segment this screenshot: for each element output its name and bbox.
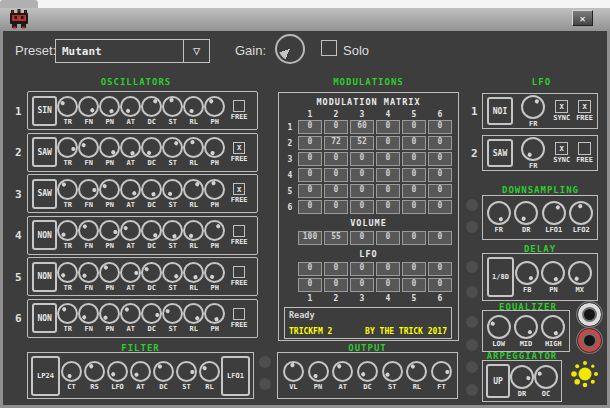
waveform-button[interactable]: SAW <box>32 179 57 209</box>
knob-ph[interactable]: PH <box>204 262 225 292</box>
knob-pn[interactable]: PN <box>99 220 120 250</box>
preset-dropdown[interactable]: Mutant ▽ <box>55 39 210 63</box>
knob-dial[interactable] <box>141 262 162 283</box>
knob-pn[interactable]: PN <box>541 261 565 294</box>
grid-cell[interactable]: 0 <box>428 120 452 134</box>
close-button[interactable]: ✕ <box>572 10 593 26</box>
knob-dial[interactable] <box>99 220 120 241</box>
knob-low[interactable]: LOW <box>487 315 511 348</box>
waveform-button[interactable]: SAW <box>32 137 57 167</box>
sun-icon[interactable] <box>569 357 601 389</box>
knob-dial[interactable] <box>78 262 99 283</box>
grid-cell[interactable]: 0 <box>324 278 348 292</box>
waveform-button[interactable]: NON <box>32 303 57 333</box>
waveform-button[interactable]: NON <box>32 220 57 250</box>
knob-tr[interactable]: TR <box>57 220 78 250</box>
knob-fn[interactable]: FN <box>78 303 99 333</box>
grid-cell[interactable]: 0 <box>324 184 348 198</box>
grid-cell[interactable]: 0 <box>376 278 400 292</box>
grid-cell[interactable]: 0 <box>350 262 374 276</box>
knob-fb[interactable]: FB <box>515 261 539 294</box>
knob-tr[interactable]: TR <box>57 303 78 333</box>
knob-lfo1[interactable]: LFO1 <box>542 201 566 234</box>
knob-dial[interactable] <box>141 303 162 324</box>
knob-dial[interactable] <box>204 220 225 241</box>
grid-cell[interactable]: 0 <box>402 200 426 214</box>
grid-cell[interactable]: 0 <box>298 184 322 198</box>
knob-st[interactable]: ST <box>162 179 183 209</box>
grid-cell[interactable]: 0 <box>298 120 322 134</box>
knob-dial[interactable] <box>153 361 174 382</box>
knob-dial[interactable] <box>515 261 539 285</box>
knob-dial[interactable] <box>183 179 204 200</box>
grid-cell[interactable]: 0 <box>324 168 348 182</box>
knob-dial[interactable] <box>84 361 105 382</box>
grid-cell[interactable]: 0 <box>428 231 452 245</box>
knob-dial[interactable] <box>199 361 220 382</box>
knob-dial[interactable] <box>283 361 304 382</box>
knob-dial[interactable] <box>57 96 78 117</box>
knob-dial[interactable] <box>162 137 183 158</box>
waveform-button[interactable]: NON <box>32 262 57 292</box>
knob-dial[interactable] <box>183 137 204 158</box>
grid-cell[interactable]: 0 <box>324 152 348 166</box>
knob-at[interactable]: AT <box>120 303 141 333</box>
grid-cell[interactable]: 0 <box>298 278 322 292</box>
grid-cell[interactable]: 0 <box>402 120 426 134</box>
knob-dial[interactable] <box>162 303 183 324</box>
filter-lfo-button[interactable]: LFO1 <box>221 356 250 396</box>
knob-at[interactable]: AT <box>120 262 141 292</box>
knob-dial[interactable] <box>78 137 99 158</box>
grid-cell[interactable]: 0 <box>350 184 374 198</box>
knob-dial[interactable] <box>541 315 565 339</box>
knob-pn[interactable]: PN <box>99 137 120 167</box>
grid-cell[interactable]: 0 <box>376 120 400 134</box>
grid-cell[interactable]: 0 <box>324 120 348 134</box>
knob-dial[interactable] <box>57 303 78 324</box>
grid-cell[interactable]: 0 <box>298 152 322 166</box>
knob-dial[interactable] <box>78 96 99 117</box>
knob-at[interactable]: AT <box>120 96 141 126</box>
grid-cell[interactable]: 0 <box>402 231 426 245</box>
knob-dial[interactable] <box>162 262 183 283</box>
knob-dial[interactable] <box>78 220 99 241</box>
knob-dial[interactable] <box>120 96 141 117</box>
grid-cell[interactable]: 0 <box>350 200 374 214</box>
grid-cell[interactable]: 0 <box>428 278 452 292</box>
knob-dial[interactable] <box>176 361 197 382</box>
grid-cell[interactable]: 0 <box>298 136 322 150</box>
grid-cell[interactable]: 0 <box>376 184 400 198</box>
grid-cell[interactable]: 0 <box>402 168 426 182</box>
knob-pn[interactable]: PN <box>99 96 120 126</box>
knob-fr[interactable]: FR <box>521 137 545 170</box>
knob-mid[interactable]: MID <box>514 315 538 348</box>
knob-dial[interactable] <box>99 137 120 158</box>
knob-dial[interactable] <box>521 137 545 161</box>
grid-cell[interactable]: 0 <box>298 200 322 214</box>
grid-cell[interactable]: 0 <box>428 200 452 214</box>
grid-cell[interactable]: 60 <box>350 120 374 134</box>
knob-dial[interactable] <box>120 220 141 241</box>
knob-dial[interactable] <box>542 201 566 225</box>
knob-dial[interactable] <box>204 179 225 200</box>
knob-dc[interactable]: DC <box>141 96 162 126</box>
grid-cell[interactable]: 0 <box>324 262 348 276</box>
knob-rl[interactable]: RL <box>199 361 220 391</box>
rca-jack-white[interactable] <box>577 302 602 327</box>
knob-dial[interactable] <box>141 96 162 117</box>
knob-st[interactable]: ST <box>176 361 197 391</box>
knob-rl[interactable]: RL <box>183 96 204 126</box>
knob-tr[interactable]: TR <box>57 137 78 167</box>
chevron-down-icon[interactable]: ▽ <box>183 40 209 62</box>
knob-pn[interactable]: PN <box>99 303 120 333</box>
sync-checkbox[interactable]: x <box>555 142 568 155</box>
knob-dr[interactable]: DR <box>514 201 538 234</box>
knob-tr[interactable]: TR <box>57 96 78 126</box>
knob-fn[interactable]: FN <box>78 179 99 209</box>
knob-dial[interactable] <box>204 262 225 283</box>
knob-dc[interactable]: DC <box>357 361 378 391</box>
grid-cell[interactable]: 100 <box>298 231 322 245</box>
knob-dial[interactable] <box>99 96 120 117</box>
knob-dial[interactable] <box>61 361 82 382</box>
knob-dc[interactable]: DC <box>141 262 162 292</box>
